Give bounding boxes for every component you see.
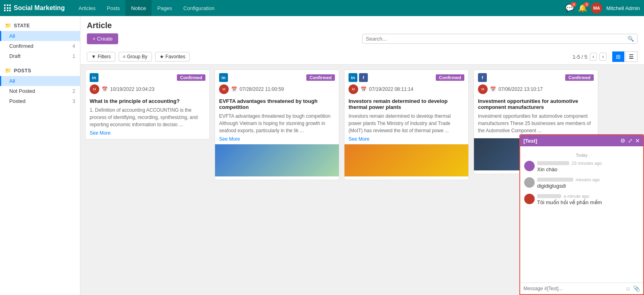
card-avatar-3: M: [349, 84, 358, 94]
chat-msg-text-1: Xin chào: [537, 166, 639, 172]
sidebar-item-state-all[interactable]: All: [0, 31, 80, 41]
card-see-more-3[interactable]: See More: [345, 136, 373, 142]
card-title-2[interactable]: EVFTA advantages threatened by tough com…: [215, 96, 339, 112]
card-see-more-2[interactable]: See More: [215, 136, 244, 142]
nav-notice[interactable]: Notice: [125, 0, 152, 16]
page-title: Article: [87, 21, 638, 30]
chat-close-button[interactable]: ✕: [635, 137, 640, 144]
chat-header: [Test] ⚙ ⤢ ✕: [520, 135, 643, 146]
card-meta-3: M 📅 07/19/2022 08:11:14: [345, 84, 468, 96]
card-title-4[interactable]: Investment opportunities for automotive …: [474, 96, 598, 112]
star-icon: ★: [160, 54, 164, 59]
create-button[interactable]: + Create: [87, 33, 118, 44]
kanban-view-button[interactable]: ⊞: [612, 51, 624, 62]
sidebar-item-not-posted[interactable]: Not Posted 2: [0, 86, 80, 96]
list-item: minutes ago digidiglugsdi: [524, 177, 639, 189]
pagination-info: 1-5 / 5 ‹ › ⊞ ☰: [572, 51, 638, 62]
messages-badge: 4: [571, 2, 576, 7]
social-icons-2: in: [219, 73, 228, 82]
chat-msg-name-1: [537, 161, 569, 165]
group-by-button[interactable]: = Group By: [119, 52, 152, 61]
calendar-icon-4: 📅: [490, 86, 496, 92]
next-page-button[interactable]: ›: [599, 53, 607, 61]
sidebar: 📁 STATE All Confirmed 4 Draft 1 📁 POSTS …: [0, 16, 80, 295]
nav-pages[interactable]: Pages: [152, 0, 178, 16]
linkedin-icon: in: [90, 73, 98, 82]
chat-footer: ☺ 📎: [520, 283, 643, 294]
chat-msg-header-3: a minute ago: [537, 194, 639, 199]
nav-configuration[interactable]: Configuration: [178, 0, 220, 16]
activity-badge: 9: [584, 2, 589, 7]
view-toggle: ⊞ ☰: [612, 51, 638, 62]
card-meta-4: M 📅 07/06/2022 13:10:17: [474, 84, 598, 96]
state-section-header: 📁 STATE: [0, 20, 80, 31]
linkedin-icon-2: in: [219, 73, 228, 82]
nav-posts[interactable]: Posts: [101, 0, 126, 16]
nav-menu: Articles Posts Notice Pages Configuratio…: [73, 0, 220, 16]
chat-msg-header-1: 23 minutes ago: [537, 161, 639, 166]
card-title-1[interactable]: What is the principle of accounting?: [86, 96, 209, 106]
card-title-3[interactable]: Investors remain determined to develop t…: [345, 96, 468, 112]
sidebar-item-confirmed[interactable]: Confirmed 4: [0, 41, 80, 51]
filter-icon: ▼: [91, 54, 96, 59]
chat-msg-content-3: a minute ago Tôi muốn hỏi về phần mềm: [537, 194, 639, 205]
messages-button[interactable]: 💬 4: [565, 4, 574, 12]
chat-msg-time-2: minutes ago: [576, 177, 600, 182]
prev-page-button[interactable]: ‹: [590, 53, 597, 61]
chat-msg-text-2: digidiglugsdi: [537, 183, 639, 189]
chat-title: [Test]: [523, 138, 537, 144]
emoji-icon[interactable]: ☺: [625, 285, 631, 292]
sidebar-item-draft[interactable]: Draft 1: [0, 51, 80, 61]
list-view-button[interactable]: ☰: [625, 51, 638, 62]
status-badge-2: Confirmed: [306, 74, 335, 81]
activity-button[interactable]: 🔔 9: [578, 4, 587, 12]
filter-bar: ▼ Filters = Group By ★ Favorites 1-5 / 5…: [87, 49, 638, 64]
card-avatar-4: M: [478, 84, 488, 94]
chat-msg-name-2: [537, 178, 573, 182]
calendar-icon-1: 📅: [102, 86, 108, 92]
chat-user-avatar-2: [524, 177, 535, 188]
chat-popup: [Test] ⚙ ⤢ ✕ Today 23 minutes ago Xin ch…: [519, 134, 644, 295]
chat-input[interactable]: [523, 286, 623, 291]
sidebar-item-posted[interactable]: Posted 3: [0, 96, 80, 106]
facebook-icon-3: f: [359, 73, 368, 82]
card-image-3: [345, 144, 468, 176]
search-icon[interactable]: 🔍: [628, 36, 634, 42]
filters-button[interactable]: ▼ Filters: [87, 52, 115, 61]
card-see-more-1[interactable]: See More: [86, 130, 115, 136]
card-body-3: Investors remain determined to develop t…: [345, 112, 468, 136]
card-top-3: in f Confirmed: [345, 70, 468, 84]
status-badge-4: Confirmed: [565, 74, 594, 81]
linkedin-icon-3: in: [349, 73, 357, 82]
posts-section-header: 📁 POSTS: [0, 65, 80, 76]
chat-header-actions: ⚙ ⤢ ✕: [620, 137, 640, 144]
avatar[interactable]: MA: [591, 2, 602, 14]
table-row: in f Confirmed M 📅 07/19/2022 08:11:14 I…: [344, 70, 469, 180]
attachment-icon[interactable]: 📎: [633, 285, 640, 292]
chat-msg-time-1: 23 minutes ago: [572, 161, 602, 166]
app-name: Social Marketing: [14, 4, 65, 12]
list-item: a minute ago Tôi muốn hỏi về phần mềm: [524, 194, 639, 205]
card-meta-2: M 📅 07/28/2022 11:00:59: [215, 84, 339, 96]
card-body-1: 1. Definition of accounting ACCOUNTING i…: [86, 106, 209, 130]
social-icons-3: in f: [349, 73, 368, 82]
search-input[interactable]: [366, 36, 628, 42]
toolbar: + Create 🔍: [87, 33, 638, 47]
chat-expand-button[interactable]: ⤢: [628, 137, 633, 144]
chat-msg-text-3: Tôi muốn hỏi về phần mềm: [537, 199, 639, 205]
card-top-2: in Confirmed: [215, 70, 339, 84]
chat-msg-content-1: 23 minutes ago Xin chào: [537, 161, 639, 172]
search-bar: 🔍: [362, 34, 638, 44]
status-badge-3: Confirmed: [436, 74, 464, 81]
app-logo[interactable]: Social Marketing: [4, 4, 65, 12]
chat-options-button[interactable]: ⚙: [620, 137, 626, 144]
nav-articles[interactable]: Articles: [73, 0, 101, 16]
topnav-right: 💬 4 🔔 9 MA Mitchell Admin: [565, 2, 640, 14]
user-name: Mitchell Admin: [606, 5, 640, 11]
folder-icon-posts: 📁: [5, 68, 12, 74]
card-avatar-1: M: [90, 84, 99, 94]
grid-icon: [4, 4, 11, 12]
chat-date-divider: Today: [524, 153, 639, 158]
sidebar-item-posts-all[interactable]: All: [0, 76, 80, 86]
favorites-button[interactable]: ★ Favorites: [155, 52, 190, 61]
